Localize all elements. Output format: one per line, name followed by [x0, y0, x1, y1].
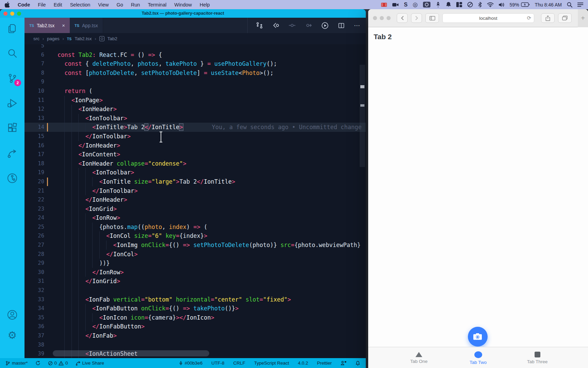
settings-gear-icon[interactable]: ⚙ — [8, 330, 17, 340]
eol-status[interactable]: CRLF — [233, 361, 245, 366]
code-line-36[interactable]: 36</IonFabButton> — [24, 322, 366, 331]
reload-icon[interactable]: ⟳ — [527, 15, 531, 21]
code-line-13[interactable]: 13<IonToolbar> — [24, 114, 366, 123]
volume-icon[interactable] — [499, 1, 505, 8]
code-editor[interactable]: 56const Tab2: React.FC = () => {7const {… — [24, 44, 366, 358]
zoom-window-button[interactable] — [17, 12, 21, 16]
code-line-22[interactable]: 22</IonHeader> — [24, 195, 366, 204]
code-line-38[interactable]: 38 — [24, 340, 366, 350]
bluetooth-icon[interactable] — [478, 1, 482, 8]
split-editor-icon[interactable] — [338, 22, 345, 29]
code-line-24[interactable]: 24<IonRow> — [24, 213, 366, 223]
share-button[interactable] — [541, 13, 555, 23]
code-line-18[interactable]: 18<IonHeader collapse="condense"> — [24, 159, 366, 168]
menu-code[interactable]: Code — [18, 2, 30, 7]
s-app-icon[interactable]: S — [404, 1, 408, 8]
spotlight-search-icon[interactable] — [567, 1, 572, 8]
code-line-17[interactable]: 17<IonContent> — [24, 150, 366, 159]
menu-list-icon[interactable] — [577, 1, 583, 8]
menu-file[interactable]: File — [38, 2, 46, 7]
menu-selection[interactable]: Selection — [70, 2, 91, 7]
code-line-25[interactable]: 25{photos.map((photo, index) => ( — [24, 223, 366, 232]
at-circle-icon[interactable]: ◎ — [413, 1, 418, 8]
code-line-31[interactable]: 31</IonGrid> — [24, 277, 366, 286]
language-status[interactable]: TypeScript React — [254, 361, 289, 366]
git-branch-status[interactable]: master* — [5, 361, 28, 366]
code-line-30[interactable]: 30</IonRow> — [24, 268, 366, 277]
video-camera-icon[interactable] — [392, 1, 399, 8]
zoom-window-button[interactable] — [387, 16, 391, 20]
wifi-icon[interactable] — [487, 1, 494, 8]
more-actions-icon[interactable]: ⋯ — [354, 24, 360, 27]
search-icon[interactable] — [7, 48, 18, 59]
code-line-28[interactable]: 28</IonCol> — [24, 250, 366, 259]
next-change-icon[interactable] — [305, 22, 312, 29]
back-button[interactable] — [397, 13, 408, 23]
breadcrumb-file[interactable]: Tab2.tsx — [75, 36, 92, 41]
breadcrumb-symbol[interactable]: Tab2 — [108, 36, 117, 41]
menu-view[interactable]: View — [98, 2, 109, 7]
apple-icon[interactable] — [5, 1, 10, 8]
battery-indicator[interactable]: 59% — [510, 2, 530, 7]
rocket-icon[interactable] — [436, 1, 441, 8]
menu-window[interactable]: Window — [174, 2, 192, 7]
address-bar[interactable]: localhost ⟳ — [442, 13, 534, 23]
code-line-35[interactable]: 35<IonIcon icon={camera}></IonIcon> — [24, 313, 366, 322]
menu-go[interactable]: Go — [116, 2, 123, 7]
active-app-icon[interactable] — [423, 1, 430, 8]
code-line-6[interactable]: 6const Tab2: React.FC = () => { — [24, 50, 366, 60]
problems-status[interactable]: 0 0 — [48, 361, 68, 366]
code-line-14[interactable]: 14<IonTitle>Tab 2</IonTitle>You, a few s… — [24, 123, 366, 132]
navigate-back-icon[interactable] — [272, 22, 279, 29]
code-line-7[interactable]: 7const { deletePhoto, photos, takePhoto … — [24, 59, 366, 68]
layout-icon[interactable] — [456, 1, 462, 8]
run-debug-icon[interactable] — [7, 98, 18, 109]
film-icon[interactable] — [381, 1, 387, 8]
code-line-32[interactable]: 32 — [24, 286, 366, 295]
menubar-clock[interactable]: Thu 8:46 AM — [535, 2, 562, 7]
code-line-33[interactable]: 33<IonFab vertical="bottom" horizontal="… — [24, 295, 366, 304]
code-line-11[interactable]: 11<IonPage> — [24, 96, 366, 105]
new-tab-button[interactable]: + — [578, 9, 588, 27]
code-line-29[interactable]: 29))} — [24, 259, 366, 268]
run-code-icon[interactable] — [321, 22, 329, 29]
formatter-status[interactable]: Prettier — [317, 361, 332, 366]
code-line-10[interactable]: 10return ( — [24, 87, 366, 96]
vertical-scrollbar[interactable] — [360, 65, 365, 167]
tab-three-button[interactable]: Tab Three — [508, 347, 567, 368]
code-line-37[interactable]: 37</IonFab> — [24, 331, 366, 340]
sync-button[interactable] — [35, 361, 40, 366]
tab-tab2-tsx[interactable]: TS Tab2.tsx × — [24, 18, 70, 33]
menu-run[interactable]: Run — [131, 2, 140, 7]
forward-button[interactable] — [411, 13, 422, 23]
breadcrumb-src[interactable]: src — [33, 36, 39, 41]
menu-terminal[interactable]: Terminal — [148, 2, 166, 7]
version-status[interactable]: 4.0.2 — [298, 361, 308, 366]
vscode-titlebar[interactable]: Tab2.tsx — photo-gallery-capacitor-react — [0, 9, 366, 18]
camera-fab-button[interactable] — [468, 327, 488, 347]
account-icon[interactable] — [6, 309, 18, 321]
horizontal-scrollbar[interactable] — [53, 350, 209, 356]
code-line-34[interactable]: 34<IonFabButton onClick={() => takePhoto… — [24, 304, 366, 313]
sidebar-button[interactable] — [425, 13, 439, 23]
live-share-status[interactable]: Live Share — [76, 361, 104, 366]
encoding-status[interactable]: UTF-8 — [211, 361, 224, 366]
code-line-26[interactable]: 26<IonCol size="6" key={index}> — [24, 231, 366, 241]
code-line-20[interactable]: 20<IonTitle size="large">Tab 2</IonTitle… — [24, 177, 366, 186]
bell-icon[interactable] — [446, 1, 451, 8]
feedback-button[interactable] — [341, 361, 346, 366]
live-share-icon[interactable] — [7, 148, 18, 158]
peacock-color-status[interactable]: #00b3e6 — [179, 361, 203, 366]
minimize-window-button[interactable] — [10, 12, 14, 16]
code-line-9[interactable]: 9 — [24, 77, 366, 87]
notifications-button[interactable] — [355, 361, 360, 366]
show-tabs-button[interactable] — [558, 13, 572, 23]
code-line-27[interactable]: 27<IonImg onClick={() => setPhotoToDelet… — [24, 241, 366, 250]
minimize-window-button[interactable] — [380, 16, 384, 20]
gitlens-icon[interactable] — [6, 172, 18, 184]
menu-edit[interactable]: Edit — [54, 2, 62, 7]
close-window-button[interactable] — [3, 12, 7, 16]
code-line-21[interactable]: 21</IonToolbar> — [24, 186, 366, 196]
code-line-23[interactable]: 23<IonGrid> — [24, 204, 366, 214]
breadcrumb-pages[interactable]: pages — [47, 36, 60, 41]
